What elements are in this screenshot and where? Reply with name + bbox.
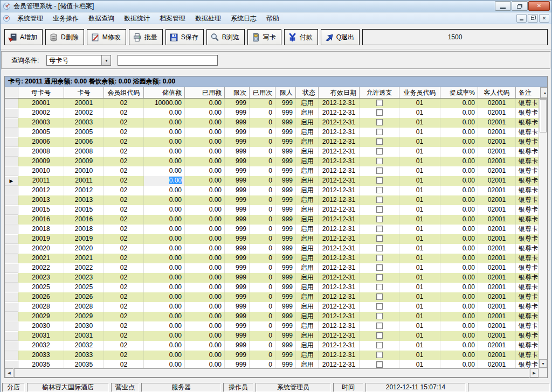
cell-limit-times[interactable]: 999 <box>225 186 250 195</box>
cell-parent-card-no[interactable]: 20006 <box>18 137 64 147</box>
cell-salesman-code[interactable]: 01 <box>399 215 440 225</box>
cell-allow-overdraft[interactable] <box>360 351 399 360</box>
cell-stored-value[interactable]: 0.00 <box>144 360 185 368</box>
row-selector[interactable] <box>5 302 18 312</box>
cell-stored-value[interactable]: 0.00 <box>144 273 185 283</box>
cell-remark[interactable]: 银尊卡 <box>516 273 539 283</box>
cell-allow-overdraft[interactable] <box>360 176 399 186</box>
allow-overdraft-checkbox[interactable] <box>376 342 383 348</box>
table-row[interactable]: 2000220002020.000.009990999启用2012-12-310… <box>5 108 539 118</box>
cell-guest-code[interactable]: 02001 <box>478 195 516 205</box>
cell-status[interactable]: 启用 <box>296 99 319 108</box>
allow-overdraft-checkbox[interactable] <box>376 303 383 310</box>
cell-member-group-code[interactable]: 02 <box>104 244 144 254</box>
allow-overdraft-checkbox[interactable] <box>376 323 383 329</box>
cell-used-times[interactable]: 0 <box>250 360 275 368</box>
cell-limit-people[interactable]: 999 <box>275 292 296 302</box>
cell-limit-times[interactable]: 999 <box>225 118 250 128</box>
cell-status[interactable]: 启用 <box>296 176 319 186</box>
row-selector[interactable] <box>5 195 18 205</box>
table-row[interactable]: 2002320023020.000.009990999启用2012-12-310… <box>5 273 539 283</box>
allow-overdraft-checkbox[interactable] <box>376 187 383 193</box>
cell-stored-value[interactable]: 0.00 <box>144 254 185 263</box>
row-selector[interactable] <box>5 186 18 195</box>
column-header-parent-card-no[interactable]: 母卡号 <box>18 87 64 98</box>
cell-parent-card-no[interactable]: 20022 <box>18 263 64 273</box>
cell-limit-times[interactable]: 999 <box>225 215 250 225</box>
cell-commission-rate[interactable]: 0.00 <box>440 244 478 254</box>
cell-used-times[interactable]: 0 <box>250 273 275 283</box>
cell-guest-code[interactable]: 02001 <box>478 215 516 225</box>
cell-salesman-code[interactable]: 01 <box>399 195 440 205</box>
cell-guest-code[interactable]: 02001 <box>478 176 516 186</box>
allow-overdraft-checkbox[interactable] <box>376 129 383 135</box>
cell-status[interactable]: 启用 <box>296 215 319 225</box>
cell-status[interactable]: 启用 <box>296 157 319 166</box>
cell-remark[interactable]: 银尊卡 <box>516 166 539 176</box>
cell-guest-code[interactable]: 02001 <box>478 331 516 341</box>
cell-guest-code[interactable]: 02001 <box>478 225 516 234</box>
cell-allow-overdraft[interactable] <box>360 118 399 128</box>
row-selector[interactable] <box>5 321 18 331</box>
cell-used-times[interactable]: 0 <box>250 108 275 118</box>
vertical-scrollbar[interactable]: ▼ <box>539 99 547 368</box>
table-row[interactable]: 2002920029020.000.009990999启用2012-12-310… <box>5 312 539 321</box>
cell-limit-people[interactable]: 999 <box>275 273 296 283</box>
cell-salesman-code[interactable]: 01 <box>399 244 440 254</box>
cell-card-no[interactable]: 20031 <box>64 331 104 341</box>
table-row[interactable]: 2000320003020.000.009990999启用2012-12-310… <box>5 118 539 128</box>
cell-valid-date[interactable]: 2012-12-31 <box>319 283 360 292</box>
mdi-restore-button[interactable] <box>528 14 538 23</box>
cell-card-no[interactable]: 20003 <box>64 118 104 128</box>
cell-used-amount[interactable]: 0.00 <box>185 312 225 321</box>
batch-button[interactable]: 批量 <box>129 29 163 45</box>
cell-member-group-code[interactable]: 02 <box>104 137 144 147</box>
cell-used-amount[interactable]: 0.00 <box>185 244 225 254</box>
cell-parent-card-no[interactable]: 20032 <box>18 341 64 351</box>
table-row[interactable]: 2002620026020.000.009990999启用2012-12-310… <box>5 292 539 302</box>
column-header-salesman-code[interactable]: 业务员代码 <box>399 87 440 98</box>
cell-salesman-code[interactable]: 01 <box>399 360 440 368</box>
cell-parent-card-no[interactable]: 20021 <box>18 254 64 263</box>
scroll-right-button[interactable]: ▶ <box>530 368 539 377</box>
cell-status[interactable]: 启用 <box>296 283 319 292</box>
cell-limit-people[interactable]: 999 <box>275 147 296 157</box>
cell-limit-people[interactable]: 999 <box>275 360 296 368</box>
cell-salesman-code[interactable]: 01 <box>399 283 440 292</box>
cell-guest-code[interactable]: 02001 <box>478 234 516 244</box>
cell-used-amount[interactable]: 0.00 <box>185 234 225 244</box>
cell-member-group-code[interactable]: 02 <box>104 302 144 312</box>
cell-valid-date[interactable]: 2012-12-31 <box>319 273 360 283</box>
cell-remark[interactable]: 银尊卡 <box>516 312 539 321</box>
cell-card-no[interactable]: 20021 <box>64 254 104 263</box>
cell-guest-code[interactable]: 02001 <box>478 147 516 157</box>
cell-valid-date[interactable]: 2012-12-31 <box>319 128 360 137</box>
cell-stored-value[interactable]: 0.00 <box>144 147 185 157</box>
cell-card-no[interactable]: 20018 <box>64 225 104 234</box>
column-header-commission-rate[interactable]: 提成率% <box>440 87 478 98</box>
cell-allow-overdraft[interactable] <box>360 186 399 195</box>
pay-button[interactable]: 付款 <box>284 29 318 45</box>
cell-card-no[interactable]: 20019 <box>64 234 104 244</box>
table-row[interactable]: 2000520005020.000.009990999启用2012-12-310… <box>5 128 539 137</box>
cell-limit-people[interactable]: 999 <box>275 128 296 137</box>
cell-parent-card-no[interactable]: 20030 <box>18 321 64 331</box>
cell-stored-value[interactable]: 0.00 <box>144 331 185 341</box>
row-selector[interactable] <box>5 351 18 360</box>
cell-allow-overdraft[interactable] <box>360 273 399 283</box>
row-selector[interactable] <box>5 292 18 302</box>
cell-limit-people[interactable]: 999 <box>275 195 296 205</box>
cell-remark[interactable]: 银尊卡 <box>516 351 539 360</box>
cell-status[interactable]: 启用 <box>296 360 319 368</box>
row-selector[interactable] <box>5 283 18 292</box>
cell-salesman-code[interactable]: 01 <box>399 331 440 341</box>
scroll-down-button[interactable]: ▼ <box>539 359 547 368</box>
cell-guest-code[interactable]: 02001 <box>478 157 516 166</box>
column-header-limit-people[interactable]: 限人 <box>275 87 296 98</box>
cell-limit-times[interactable]: 999 <box>225 244 250 254</box>
cell-limit-people[interactable]: 999 <box>275 137 296 147</box>
cell-commission-rate[interactable]: 0.00 <box>440 118 478 128</box>
cell-status[interactable]: 启用 <box>296 166 319 176</box>
cell-guest-code[interactable]: 02001 <box>478 263 516 273</box>
cell-member-group-code[interactable]: 02 <box>104 195 144 205</box>
